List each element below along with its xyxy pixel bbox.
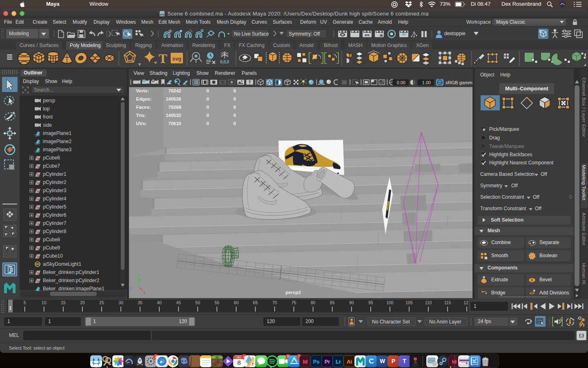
svg-text:0: 0 (234, 121, 236, 126)
svg-text:1.00: 1.00 (422, 80, 431, 85)
svg-text:0: 0 (207, 88, 209, 93)
svg-text:Tris:: Tris: (136, 113, 146, 118)
svg-text:0: 0 (207, 113, 209, 118)
svg-text:Faces:: Faces: (136, 105, 151, 110)
svg-text:50: 50 (195, 300, 200, 305)
svg-text:70: 70 (272, 300, 277, 305)
svg-text:0: 0 (234, 113, 236, 118)
svg-text:70268: 70268 (168, 105, 182, 110)
svg-text:Edges:: Edges: (136, 96, 151, 101)
svg-text:10: 10 (42, 300, 47, 305)
svg-text:55: 55 (214, 300, 219, 305)
svg-text:70610: 70610 (168, 121, 181, 126)
svg-text:70242: 70242 (168, 88, 181, 93)
svg-text:60: 60 (234, 300, 239, 305)
svg-text:12: 12 (463, 300, 468, 305)
svg-text:0: 0 (234, 88, 236, 93)
svg-text:T: T (248, 80, 251, 85)
svg-text:1: 1 (9, 305, 11, 310)
svg-text:x: x (143, 290, 145, 295)
svg-text:140526: 140526 (166, 96, 181, 101)
svg-text:85: 85 (330, 300, 335, 305)
svg-text:105: 105 (405, 300, 413, 305)
svg-text:40: 40 (157, 300, 162, 305)
svg-text:0: 0 (207, 121, 209, 126)
svg-text:0: 0 (207, 105, 209, 110)
svg-text:MA: MA (161, 14, 164, 16)
svg-text:0: 0 (234, 96, 236, 101)
svg-text:0: 0 (234, 105, 236, 110)
svg-text:IPR: IPR (365, 34, 370, 37)
svg-text:45: 45 (176, 300, 181, 305)
svg-text:persp2: persp2 (285, 290, 301, 295)
svg-text:svg: svg (172, 56, 181, 62)
svg-text:100: 100 (386, 300, 394, 305)
svg-text:25: 25 (99, 300, 104, 305)
svg-text:30: 30 (118, 300, 123, 305)
svg-text:y: y (138, 273, 140, 278)
svg-text:z: z (130, 286, 132, 291)
svg-text:110: 110 (425, 300, 432, 305)
svg-text:15: 15 (61, 300, 66, 305)
svg-text:140532: 140532 (166, 113, 181, 118)
svg-text:ON: ON (438, 81, 441, 84)
svg-text:0: 0 (207, 96, 209, 101)
svg-text:0,0,0: 0,0,0 (220, 60, 229, 64)
svg-text:95: 95 (368, 300, 373, 305)
svg-text:75: 75 (292, 300, 296, 305)
svg-text:5: 5 (24, 300, 26, 305)
svg-text:sRGB gamm: sRGB gamm (445, 80, 472, 85)
svg-text:20: 20 (80, 300, 85, 305)
svg-text:0.00: 0.00 (397, 80, 405, 85)
svg-text:115: 115 (444, 300, 451, 305)
svg-text:Verts:: Verts: (136, 88, 149, 93)
svg-text:UVs:: UVs: (136, 121, 147, 126)
svg-text:90: 90 (349, 300, 354, 305)
svg-text:80: 80 (311, 300, 316, 305)
svg-text:65: 65 (253, 300, 258, 305)
svg-text:35: 35 (138, 300, 143, 305)
svg-text:T: T (158, 51, 167, 66)
